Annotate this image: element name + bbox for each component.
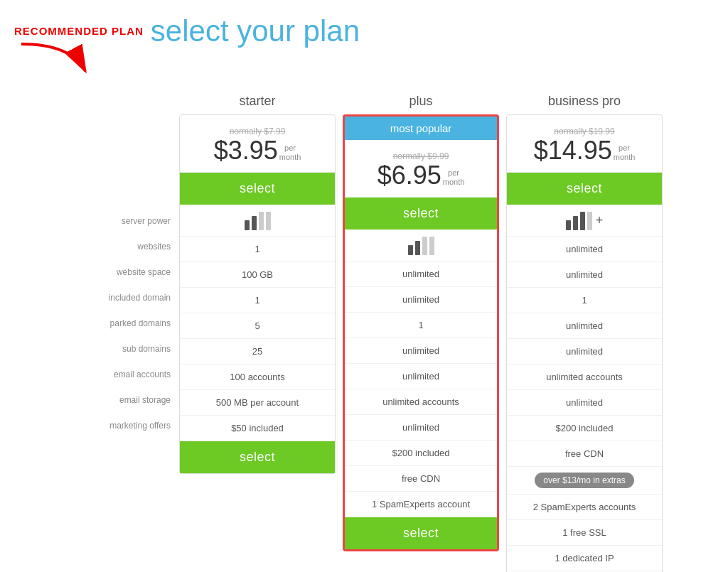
starter-sub-domains: 25 — [180, 339, 335, 365]
bp-features: + unlimited unlimited 1 unlimited unlimi… — [507, 205, 662, 572]
label-parked-domains: parked domains — [65, 311, 179, 336]
bp-bar-icon: + — [566, 210, 604, 230]
plus-features: unlimited unlimited 1 unlimited unlimite… — [345, 230, 497, 517]
plus-sub-domains: unlimited — [345, 364, 497, 389]
plan-business-pro: business pro normally $19.99 $14.95 perm… — [506, 94, 663, 572]
starter-server-power — [180, 205, 335, 237]
most-popular-banner: most popular — [345, 117, 497, 140]
plus-bar-icon — [408, 235, 434, 255]
bar3 — [259, 212, 264, 230]
bp-email-accounts: unlimited accounts — [507, 365, 662, 390]
bp-select-button[interactable]: select — [507, 173, 662, 205]
starter-header: normally $7.99 $3.95 permonth — [180, 115, 335, 173]
bp-marketing-offers: $200 included — [507, 416, 662, 441]
bar-plus-icon: + — [596, 214, 604, 227]
starter-card: normally $7.99 $3.95 permonth select — [179, 114, 336, 474]
plus-normally: normally $9.99 — [353, 151, 488, 161]
bar2 — [573, 216, 578, 230]
recommended-label: RECOMMENDED PLAN — [14, 25, 144, 37]
business-pro-card: normally $19.99 $14.95 permonth select + — [506, 114, 663, 572]
plus-email-storage: unlimited — [345, 415, 497, 441]
plus-marketing-offers: $200 included — [345, 441, 497, 466]
label-marketing-offers: marketing offers — [65, 413, 179, 438]
starter-websites: 1 — [180, 237, 335, 262]
arrow-icon — [14, 37, 100, 80]
bp-free-ssl: 1 free SSL — [507, 520, 662, 546]
plus-parked-domains: unlimited — [345, 338, 497, 364]
starter-per: permonth — [279, 144, 301, 162]
starter-price-container: $3.95 permonth — [188, 138, 326, 163]
starter-features: 1 100 GB 1 5 25 100 accounts 500 MB per … — [180, 205, 335, 441]
plus-plan-name: plus — [409, 94, 432, 109]
plus-select-button-bottom[interactable]: select — [345, 517, 497, 549]
bar1 — [566, 220, 571, 230]
bp-price: $14.95 — [534, 138, 612, 163]
starter-plan-name: starter — [239, 94, 275, 109]
bp-normally: normally $19.99 — [515, 126, 653, 136]
bp-email-storage: unlimited — [507, 390, 662, 416]
page-title: select your plan — [151, 14, 360, 48]
plus-websites: unlimited — [345, 261, 497, 287]
plus-email-accounts: unlimited accounts — [345, 389, 497, 415]
feature-labels-column: server power websites website space incl… — [65, 94, 179, 438]
starter-bar-icon — [245, 210, 271, 230]
plus-select-button[interactable]: select — [345, 198, 497, 230]
bp-per: permonth — [614, 144, 636, 162]
bp-sub-domains: unlimited — [507, 339, 662, 365]
bp-spamexperts-2: 2 SpamExperts accounts — [507, 495, 662, 520]
plus-free-cdn: free CDN — [345, 466, 497, 492]
label-sub-domains: sub domains — [65, 336, 179, 362]
plan-plus: plus most popular normally $9.99 $6.95 p… — [343, 94, 499, 551]
bar1 — [245, 220, 250, 230]
business-pro-plan-name: business pro — [548, 94, 621, 109]
plus-price: $6.95 — [378, 163, 441, 188]
bar4 — [587, 212, 592, 230]
plus-header: normally $9.99 $6.95 permonth — [345, 140, 497, 198]
label-server-power: server power — [65, 208, 179, 234]
page-header: RECOMMENDED PLAN select your plan — [14, 14, 714, 80]
starter-included-domain: 1 — [180, 288, 335, 313]
bar1 — [408, 245, 413, 255]
business-pro-header: normally $19.99 $14.95 permonth — [507, 115, 662, 173]
bp-website-space: unlimited — [507, 262, 662, 288]
bar2 — [252, 216, 257, 230]
plus-price-container: $6.95 permonth — [353, 163, 488, 188]
bar4 — [429, 237, 434, 255]
starter-normally: normally $7.99 — [188, 126, 326, 136]
extras-badge: over $13/mo in extras — [535, 473, 633, 488]
label-email-storage: email storage — [65, 387, 179, 413]
label-websites: websites — [65, 234, 179, 259]
bar3 — [422, 237, 427, 255]
starter-parked-domains: 5 — [180, 313, 335, 339]
label-website-space: website space — [65, 259, 179, 285]
bp-server-power: + — [507, 205, 662, 237]
bp-free-cdn: free CDN — [507, 441, 662, 467]
starter-price: $3.95 — [214, 138, 278, 163]
plus-included-domain: 1 — [345, 313, 497, 338]
plus-card: most popular normally $9.99 $6.95 permon… — [343, 114, 499, 551]
plan-starter: starter normally $7.99 $3.95 permonth se… — [179, 94, 336, 474]
plus-per: permonth — [443, 168, 465, 187]
starter-email-accounts: 100 accounts — [180, 365, 335, 390]
starter-website-space: 100 GB — [180, 262, 335, 288]
bp-included-domain: 1 — [507, 288, 662, 313]
bar3 — [580, 212, 585, 230]
bp-parked-domains: unlimited — [507, 313, 662, 339]
plus-server-power — [345, 230, 497, 261]
starter-marketing-offers: $50 included — [180, 416, 335, 441]
bar2 — [415, 241, 420, 255]
bp-dedicated-ip: 1 dedicated IP — [507, 546, 662, 571]
bar4 — [266, 212, 271, 230]
starter-select-button-bottom[interactable]: select — [180, 441, 335, 473]
label-included-domain: included domain — [65, 285, 179, 311]
plus-website-space: unlimited — [345, 287, 497, 313]
plus-spamexperts: 1 SpamExperts account — [345, 492, 497, 517]
bp-price-container: $14.95 permonth — [515, 138, 653, 163]
bp-websites: unlimited — [507, 237, 662, 262]
bp-extras-badge-row: over $13/mo in extras — [507, 467, 662, 495]
label-email-accounts: email accounts — [65, 362, 179, 387]
starter-email-storage: 500 MB per account — [180, 390, 335, 416]
starter-select-button[interactable]: select — [180, 173, 335, 205]
